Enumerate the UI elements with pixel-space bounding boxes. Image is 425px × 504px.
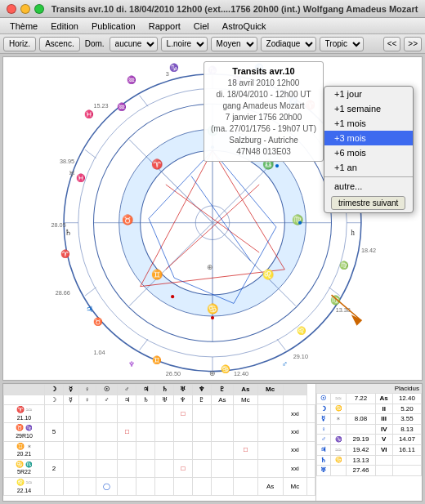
nav-prev-button[interactable]: << (383, 37, 401, 51)
aspect-cell (233, 477, 257, 495)
col-header-jupiter: ♃ (136, 385, 155, 395)
svg-text:♒: ♒ (117, 102, 127, 112)
dropdown-item-1year[interactable]: +1 an (324, 160, 413, 175)
zodiac-select[interactable]: Zodiaque (261, 37, 316, 51)
pos-degree (347, 424, 375, 435)
dropdown-item-3months[interactable]: +3 mois (324, 131, 413, 145)
svg-text:⊕: ⊕ (209, 369, 216, 377)
pos-house (375, 455, 392, 466)
aspect-row: ♌ ≈≈22.14◯AsMc (4, 477, 315, 495)
aspect-cell (192, 405, 211, 423)
pos-degree: 27.46 (347, 466, 375, 476)
aspect-cell (192, 441, 211, 459)
svg-text:15.23: 15.23 (93, 102, 108, 109)
menu-rapport[interactable]: Rapport (142, 20, 187, 33)
svg-text:h: h (351, 229, 355, 237)
aspect-cell: xxi (283, 405, 307, 423)
svg-text:♊: ♊ (151, 269, 163, 280)
svg-text:26.50: 26.50 (166, 370, 181, 377)
position-row: ♅ 27.46 (317, 466, 422, 476)
aspect-cell (211, 477, 233, 495)
pos-house: V (375, 435, 392, 445)
svg-text:♋: ♋ (221, 364, 230, 374)
icon-saturn: ♄ (136, 395, 155, 405)
dropdown-item-1day[interactable]: +1 jour (324, 87, 413, 101)
menu-edition[interactable]: Edition (44, 20, 85, 33)
svg-point-89 (275, 164, 279, 167)
planet-cell: ♌ ≈≈22.14 (4, 477, 45, 495)
pos-house-degree: 14.07 (392, 435, 421, 445)
col-header-as: As (233, 385, 257, 395)
position-row: ☉ ≈≈ 7.22 As 12.40 (317, 394, 422, 404)
minimize-button[interactable] (20, 4, 30, 14)
icon-venus: ♀ (78, 395, 96, 405)
aspect-cell (78, 441, 96, 459)
planet-cell: ♊ ✶20.21 (4, 441, 45, 459)
infobox-line6: Salzburg - Autriche (211, 135, 316, 146)
menu-ciel[interactable]: Ciel (187, 20, 216, 33)
positions-table: Placidus ☉ ≈≈ 7.22 As 12.40 ☽ ♋ II 5.20 … (315, 384, 422, 501)
orientation-button[interactable]: Horiz. (3, 37, 36, 51)
position-row: ☿ ✶ 8.08 III 3.55 (317, 414, 422, 425)
svg-text:♑: ♑ (169, 63, 179, 73)
aspect-cell (155, 423, 174, 441)
icon-mc: Mc (233, 395, 257, 405)
svg-text:♓: ♓ (76, 173, 86, 183)
dropdown-item-1month[interactable]: +1 mois (324, 116, 413, 131)
dropdown-item-other[interactable]: autre... (324, 179, 413, 194)
aspect-cell (192, 477, 211, 495)
aspect-cell: □ (233, 441, 257, 459)
titlebar: Transits avr.10 di. 18/04/2010 12h00 (ex… (0, 0, 425, 18)
aspect-cell (173, 477, 192, 495)
couleur-select[interactable]: L.noire (161, 37, 208, 51)
infobox-title: Transits avr.10 (211, 65, 316, 78)
pos-symbol: ♂ (317, 435, 331, 445)
menu-astroquick[interactable]: AstroQuick (216, 20, 273, 33)
icon-pluto: ♇ (192, 395, 211, 405)
dropdown-item-1week[interactable]: +1 semaine (324, 101, 413, 116)
svg-text:♃: ♃ (86, 305, 93, 314)
col-header-extra (283, 385, 307, 395)
maisons-select[interactable]: aucune (110, 37, 158, 51)
infobox-line5: (ma. 27/01/1756 - 19h07 UT) (211, 123, 316, 135)
aspect-row: ♊ ✶20.21□xxi (4, 441, 315, 459)
aspect-cell (136, 441, 155, 459)
infobox-line2: di. 18/04/2010 - 12h00 UT (211, 89, 316, 100)
trimestre-button[interactable]: trimestre suivant (331, 196, 405, 210)
aspect-cell (96, 441, 118, 459)
pos-degree: 19.42 (347, 444, 375, 455)
position-row: ♂ ♑ 29.19 V 14.07 (317, 435, 422, 445)
close-button[interactable] (7, 4, 16, 14)
aspect-cell (78, 405, 96, 423)
aspect-cell: □ (118, 423, 136, 441)
aspect-cell: Mc (283, 477, 307, 495)
tropic-select[interactable]: Tropic (320, 37, 364, 51)
svg-point-90 (298, 221, 302, 225)
col-header-planet (4, 385, 45, 395)
icon-jupiter: ♃ (118, 395, 136, 405)
dropdown-item-6months[interactable]: +6 mois (324, 145, 413, 160)
taille-select[interactable]: Moyen (211, 37, 257, 51)
icon-neptune: ♆ (173, 395, 192, 405)
maximize-button[interactable] (34, 4, 44, 14)
pos-house: VI (375, 444, 392, 455)
aspect-cell (233, 405, 257, 423)
aspect-cell (211, 459, 233, 477)
nav-next-button[interactable]: >> (404, 37, 422, 51)
pos-symbol: ♄ (317, 455, 331, 466)
aspect-cell (257, 423, 283, 441)
svg-text:♋: ♋ (207, 303, 219, 314)
col-header-pluto: ♇ (211, 385, 233, 395)
svg-text:♍: ♍ (292, 214, 304, 225)
col-header-venus: ♀ (78, 385, 96, 395)
icon-row: ☽ ☿ ♀ ♂ ♃ ♄ ♅ ♆ ♇ As Mc (4, 395, 315, 405)
aspect-cell (155, 477, 174, 495)
menu-publication[interactable]: Publication (85, 20, 142, 33)
col-header-saturn: ♄ (155, 385, 174, 395)
menu-theme[interactable]: Thème (3, 20, 44, 33)
pos-house (375, 466, 392, 476)
svg-text:♉: ♉ (93, 317, 103, 327)
aspect-row: ♋ ♏5R222□xxi (4, 459, 315, 477)
ascendant-button[interactable]: Ascenc. (39, 37, 80, 51)
aspect-cell (118, 459, 136, 477)
